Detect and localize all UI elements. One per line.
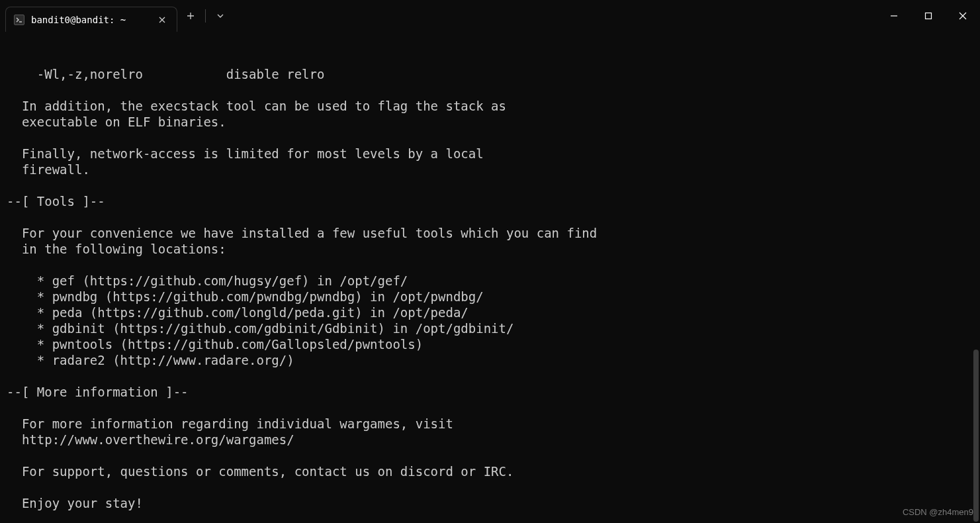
terminal-output[interactable]: -Wl,-z,norelro disable relro In addition…: [0, 32, 980, 523]
tab-title: bandit0@bandit: ~: [31, 15, 149, 25]
terminal-line: firewall.: [7, 162, 973, 177]
terminal-line: For more information regarding individua…: [7, 416, 973, 432]
terminal-line: [7, 400, 973, 416]
terminal-line: -Wl,-z,norelro disable relro: [7, 66, 973, 82]
tab-close-button[interactable]: [156, 13, 169, 26]
terminal-icon: [14, 15, 24, 25]
terminal-line: executable on ELF binaries.: [7, 114, 973, 130]
window-controls: [877, 0, 980, 32]
maximize-button[interactable]: [911, 3, 946, 29]
terminal-line: * pwndbg (https://github.com/pwndbg/pwnd…: [7, 289, 973, 305]
terminal-line: --[ Tools ]--: [7, 193, 973, 209]
terminal-line: [7, 479, 973, 495]
terminal-line: Finally, network-access is limited for m…: [7, 146, 973, 162]
terminal-line: --[ More information ]--: [7, 384, 973, 400]
tab-strip: bandit0@bandit: ~: [0, 0, 234, 32]
terminal-line: [7, 368, 973, 384]
terminal-line: * pwntools (https://github.com/Gallopsle…: [7, 336, 973, 352]
tab-active[interactable]: bandit0@bandit: ~: [5, 7, 177, 32]
terminal-line: In addition, the execstack tool can be u…: [7, 98, 973, 114]
terminal-line: [7, 448, 973, 463]
svg-rect-0: [926, 13, 932, 19]
terminal-line: * radare2 (http://www.radare.org/): [7, 352, 973, 368]
terminal-line: in the following locations:: [7, 241, 973, 257]
close-window-button[interactable]: [946, 3, 980, 29]
terminal-line: [7, 130, 973, 146]
terminal-line: [7, 511, 973, 523]
terminal-line: [7, 82, 973, 98]
terminal-line: [7, 177, 973, 193]
terminal-line: * gef (https://github.com/hugsy/gef) in …: [7, 273, 973, 289]
terminal-line: For your convenience we have installed a…: [7, 225, 973, 241]
terminal-line: Enjoy your stay!: [7, 495, 973, 511]
scrollbar-thumb[interactable]: [973, 350, 979, 522]
terminal-line: For support, questions or comments, cont…: [7, 463, 973, 479]
titlebar: bandit0@bandit: ~: [0, 0, 980, 32]
new-tab-button[interactable]: [177, 3, 204, 28]
terminal-line: [7, 257, 973, 273]
watermark: CSDN @zh4men9: [903, 504, 973, 520]
tab-actions: [177, 0, 234, 32]
terminal-line: * peda (https://github.com/longld/peda.g…: [7, 305, 973, 320]
divider: [205, 9, 206, 23]
terminal-line: http://www.overthewire.org/wargames/: [7, 432, 973, 448]
tab-dropdown-button[interactable]: [207, 3, 234, 28]
minimize-button[interactable]: [877, 3, 911, 29]
terminal-line: [7, 209, 973, 225]
terminal-line: * gdbinit (https://github.com/gdbinit/Gd…: [7, 320, 973, 336]
